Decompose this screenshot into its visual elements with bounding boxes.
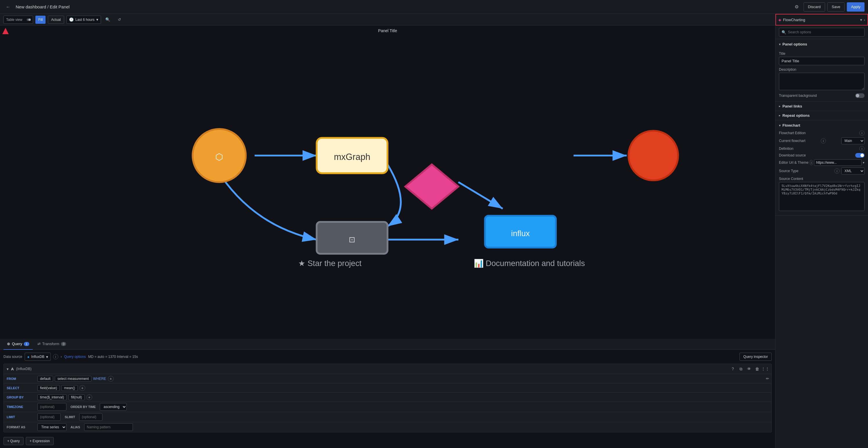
query-drag-icon[interactable]: ⋮⋮ (762, 366, 769, 372)
from-row: FROM default select measurement WHERE + … (4, 374, 771, 383)
panel-options-arrow (779, 42, 781, 46)
select-row: SELECT field(value) mean() + (4, 383, 771, 393)
repeat-options-arrow (779, 113, 781, 117)
alias-label: ALIAS (68, 425, 83, 429)
slimit-input[interactable] (79, 413, 102, 421)
zoom-button[interactable]: 🔍 (103, 15, 113, 24)
alias-input[interactable] (84, 423, 133, 431)
format-label: FORMAT AS (4, 425, 36, 429)
discard-button[interactable]: Discard (804, 2, 825, 11)
flowchart-section-header[interactable]: Flowchart (775, 120, 868, 130)
query-duplicate-icon[interactable]: ⧉ (738, 366, 744, 372)
panel-selector-chevron-right[interactable]: › (864, 18, 865, 22)
info-button[interactable]: i (53, 354, 58, 359)
panel-options-content: Title Description Transparent background (775, 51, 868, 101)
apply-button[interactable]: Apply (847, 2, 865, 11)
description-label: Description (779, 68, 865, 72)
flowchart-title: Flowchart (782, 123, 865, 128)
datasource-select[interactable]: ● InfluxDB ▾ (25, 353, 51, 361)
add-query-row: + Query + Expression (3, 435, 772, 445)
repeat-options-header[interactable]: Repeat options (775, 111, 868, 120)
editor-url-input[interactable] (814, 160, 862, 166)
source-type-select[interactable]: XML (841, 168, 865, 174)
editor-url-info[interactable]: i (810, 160, 813, 165)
time-picker[interactable]: 🕐 Last 6 hours ▾ (66, 15, 101, 24)
table-view-label: Table view (4, 18, 25, 22)
chevron-down-icon: ▾ (46, 355, 48, 359)
fill-button[interactable]: Fill (35, 15, 45, 24)
order-select[interactable]: ascending (100, 403, 127, 411)
flowchart-edition-info[interactable]: i (859, 130, 865, 136)
table-view-toggle[interactable]: Table view (3, 15, 33, 24)
query-hide-icon[interactable]: 👁 (746, 366, 752, 372)
timezone-input[interactable] (37, 403, 66, 411)
query-help-icon[interactable]: ? (730, 366, 736, 372)
query-badge: 1 (24, 342, 29, 346)
from-content: default select measurement WHERE + (36, 375, 763, 383)
add-group[interactable]: + (87, 394, 92, 400)
source-content-input[interactable]: 5LvXtuw4kiX4Nfk4tajFl7V2Kqd8o1NrrfzrhzgI… (779, 182, 865, 211)
source-type-info[interactable]: i (834, 168, 840, 174)
select-field[interactable]: field(value) (37, 385, 60, 391)
panel-links-header[interactable]: Panel links (775, 102, 868, 111)
add-expression-button[interactable]: + Expression (26, 437, 54, 445)
add-select[interactable]: + (80, 385, 85, 391)
actual-button[interactable]: Actual (48, 15, 64, 24)
tab-query[interactable]: ⊕ Query 1 (3, 339, 33, 350)
tab-query-label: Query (12, 342, 22, 346)
format-row: FORMAT AS Time series ALIAS (4, 422, 771, 432)
current-flowchart-label: Current flowchart (779, 139, 805, 143)
back-button[interactable]: ← (3, 2, 13, 11)
gear-icon: ⚙ (795, 4, 799, 9)
title-field-label: Title (779, 51, 865, 56)
definition-row: Definition i (779, 146, 865, 151)
panel-toolbar-left: Table view Fill Actual 🕐 Last 6 hours ▾ … (3, 15, 124, 24)
current-flowchart-info[interactable]: i (821, 138, 826, 143)
select-mean[interactable]: mean() (62, 385, 78, 391)
refresh-button[interactable]: ↺ (115, 15, 124, 24)
settings-button[interactable]: ⚙ (792, 2, 801, 11)
panel-selector-chevron-down[interactable]: ▾ (860, 18, 862, 22)
svg-point-10 (629, 131, 678, 180)
editor-url-label: Editor Url & Theme (779, 161, 809, 165)
format-content: Time series ALIAS (36, 422, 771, 432)
transparent-bg-label: Transparent background (779, 94, 817, 98)
from-measurement[interactable]: select measurement (55, 376, 91, 382)
query-inspector-button[interactable]: Query inspector (740, 353, 772, 361)
source-content-label: Source Content (779, 177, 865, 181)
panel-toolbar: Table view Fill Actual 🕐 Last 6 hours ▾ … (0, 14, 775, 26)
save-button[interactable]: Save (827, 2, 845, 11)
limit-input[interactable] (37, 413, 61, 421)
download-source-toggle[interactable] (855, 153, 865, 158)
group-time[interactable]: time($_interval) (37, 394, 67, 400)
flowchart-svg: mxGraph ⬡ ⊡ influx ★ Star the pro (78, 57, 698, 307)
panel-options-header[interactable]: Panel options (775, 39, 868, 49)
query-options-link[interactable]: Query options (64, 355, 86, 359)
add-where[interactable]: + (108, 376, 114, 382)
panel-visualization: Panel Title (0, 26, 775, 339)
source-type-row: Source Type i XML (779, 168, 865, 174)
tab-transform[interactable]: ⇄ Transform 0 (34, 339, 70, 350)
search-input[interactable] (788, 30, 862, 34)
from-default[interactable]: default (37, 376, 53, 382)
datasource-label: Data source (3, 355, 22, 359)
transparent-bg-toggle[interactable] (855, 93, 865, 98)
editor-url-arrow[interactable]: ▾ (863, 161, 865, 165)
query-delete-icon[interactable]: 🗑 (754, 366, 761, 372)
collapse-icon[interactable]: ▾ (7, 367, 9, 371)
description-input[interactable] (779, 73, 865, 90)
svg-text:📊 Documentation and tutorials: 📊 Documentation and tutorials (474, 259, 585, 268)
add-query-button[interactable]: + Query (3, 437, 24, 445)
select-label: SELECT (4, 386, 36, 390)
where-label[interactable]: WHERE (93, 377, 106, 381)
edit-query-button[interactable]: ✏ (763, 375, 771, 383)
search-options: 🔍 (775, 26, 868, 39)
title-input[interactable] (779, 57, 865, 65)
group-fill[interactable]: fill(null) (68, 394, 85, 400)
current-flowchart-select[interactable]: Main (841, 137, 865, 144)
definition-info[interactable]: i (859, 146, 865, 151)
query-editor: Data source ● InfluxDB ▾ i › Query optio… (0, 350, 775, 448)
format-select[interactable]: Time series (37, 423, 66, 431)
flowchart-edition-row: Flowchart Edition i (779, 130, 865, 136)
panel-selector[interactable]: ◈ FlowCharting ▾ › (775, 14, 868, 26)
